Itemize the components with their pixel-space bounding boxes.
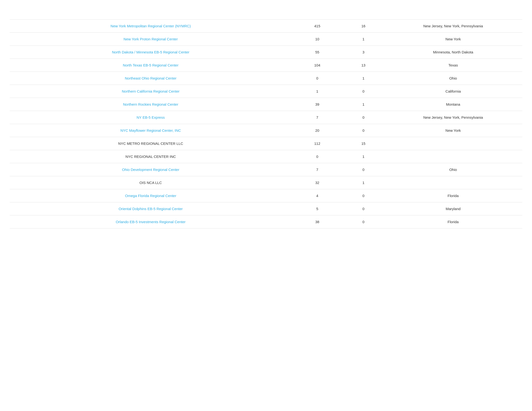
col2-value: 5 [292, 202, 343, 215]
col2-value: 4 [292, 189, 343, 202]
states-value [384, 137, 522, 150]
center-name-link[interactable]: NYC Mayflower Regional Center, INC [120, 128, 181, 132]
states-value: New Jersey, New York, Pennsylvania [384, 19, 522, 32]
center-name-link[interactable]: Ohio Development Regional Center [122, 168, 180, 172]
col3-value: 0 [343, 189, 384, 202]
col2-value: 0 [292, 150, 343, 163]
col3-value: 1 [343, 72, 384, 85]
table-row: Omega Florida Regional Center40Florida [10, 189, 522, 202]
states-value: Minnesota, North Dakota [384, 46, 522, 58]
col3-value: 15 [343, 137, 384, 150]
states-value: Florida [384, 215, 522, 228]
table-row: North Dakota / Minnesota EB-5 Regional C… [10, 46, 522, 58]
col2-value: 415 [292, 19, 343, 32]
col3-value: 1 [343, 32, 384, 46]
table-row: OIS NCA LLC321 [10, 176, 522, 189]
col3-value: 1 [343, 176, 384, 189]
table-row: Northern Rockies Regional Center391Monta… [10, 98, 522, 111]
table-row: NYC Mayflower Regional Center, INC200New… [10, 124, 522, 137]
table-row: New York Proton Regional Center101New Yo… [10, 32, 522, 46]
table-row: Northeast Ohio Regional Center01Ohio [10, 72, 522, 85]
table-row: New York Metropolitan Regional Center (N… [10, 19, 522, 32]
states-value: Ohio [384, 72, 522, 85]
center-name-link[interactable]: NY EB-5 Express [137, 115, 165, 120]
states-value: New Jersey, New York, Pennsylvania [384, 111, 522, 124]
col3-value: 16 [343, 19, 384, 32]
col3-value: 3 [343, 46, 384, 58]
states-value [384, 150, 522, 163]
col3-value: 0 [343, 202, 384, 215]
col2-value: 1 [292, 85, 343, 98]
col2-value: 7 [292, 111, 343, 124]
center-name-link[interactable]: North Dakota / Minnesota EB-5 Regional C… [112, 50, 189, 54]
states-value: Maryland [384, 202, 522, 215]
col2-value: 39 [292, 98, 343, 111]
col3-value: 1 [343, 98, 384, 111]
col2-value: 112 [292, 137, 343, 150]
center-name-text: NYC REGIONAL CENTER INC [10, 150, 292, 163]
col2-value: 55 [292, 46, 343, 58]
states-value: Montana [384, 98, 522, 111]
table-row: NYC REGIONAL CENTER INC01 [10, 150, 522, 163]
table-row: North Texas EB-5 Regional Center10413Tex… [10, 58, 522, 72]
center-name-text: OIS NCA LLC [10, 176, 292, 189]
col3-value: 0 [343, 215, 384, 228]
col3-value: 0 [343, 124, 384, 137]
col2-value: 32 [292, 176, 343, 189]
states-value: Texas [384, 58, 522, 72]
col2-value: 0 [292, 72, 343, 85]
center-name-link[interactable]: Northern California Regional Center [122, 89, 180, 93]
center-name-link[interactable]: Orlando EB-5 Investments Regional Center [116, 220, 185, 224]
col3-value: 0 [343, 163, 384, 176]
col3-value: 1 [343, 150, 384, 163]
center-name-link[interactable]: Omega Florida Regional Center [125, 194, 176, 198]
col3-value: 0 [343, 111, 384, 124]
table-row: Northern California Regional Center10Cal… [10, 85, 522, 98]
states-value: New York [384, 124, 522, 137]
col3-value: 13 [343, 58, 384, 72]
states-value: Florida [384, 189, 522, 202]
center-name-link[interactable]: North Texas EB-5 Regional Center [123, 63, 179, 67]
col3-value: 0 [343, 85, 384, 98]
center-name-link[interactable]: Northern Rockies Regional Center [123, 102, 178, 106]
table-row: NY EB-5 Express70New Jersey, New York, P… [10, 111, 522, 124]
regional-centers-table: Name Col2 Col3 States New York Metropoli… [10, 19, 522, 228]
col2-value: 7 [292, 163, 343, 176]
states-value [384, 176, 522, 189]
states-value: California [384, 85, 522, 98]
center-name-link[interactable]: New York Proton Regional Center [124, 37, 178, 41]
center-name-link[interactable]: New York Metropolitan Regional Center (N… [111, 24, 191, 28]
table-row: Orlando EB-5 Investments Regional Center… [10, 215, 522, 228]
states-value: New York [384, 32, 522, 46]
states-value: Ohio [384, 163, 522, 176]
col2-value: 10 [292, 32, 343, 46]
col2-value: 38 [292, 215, 343, 228]
col2-value: 104 [292, 58, 343, 72]
page-wrapper: Name Col2 Col3 States New York Metropoli… [0, 0, 532, 411]
table-row: Oriental Dolphins EB-5 Regional Center50… [10, 202, 522, 215]
center-name-link[interactable]: Oriental Dolphins EB-5 Regional Center [118, 207, 183, 211]
center-name-text: NYC METRO REGIONAL CENTER LLC [10, 137, 292, 150]
table-row: NYC METRO REGIONAL CENTER LLC11215 [10, 137, 522, 150]
center-name-link[interactable]: Northeast Ohio Regional Center [125, 76, 176, 80]
table-row: Ohio Development Regional Center70Ohio [10, 163, 522, 176]
col2-value: 20 [292, 124, 343, 137]
